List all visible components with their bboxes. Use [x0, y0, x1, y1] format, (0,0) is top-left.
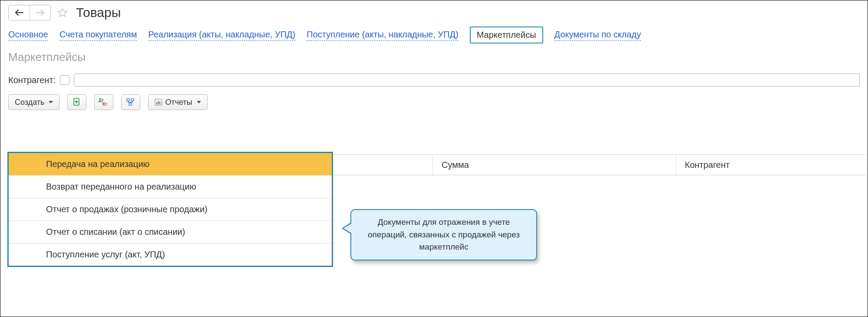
create-menu: Передача на реализацию Возврат переданно…	[7, 152, 333, 267]
favorite-button[interactable]	[55, 5, 70, 20]
create-button-label: Создать	[15, 98, 44, 107]
nav-main[interactable]: Основное	[8, 30, 48, 41]
dtkt-button[interactable]: Дт Кт	[94, 94, 113, 110]
title-bar: Товары	[8, 5, 860, 20]
table-header-gap	[333, 155, 433, 175]
document-plus-icon	[73, 97, 81, 107]
structure-button[interactable]	[121, 94, 140, 110]
copy-new-button[interactable]	[67, 94, 86, 110]
create-button[interactable]: Создать	[8, 94, 59, 110]
back-button[interactable]	[9, 5, 30, 20]
svg-rect-9	[159, 102, 160, 105]
nav-invoices[interactable]: Счета покупателям	[59, 30, 137, 41]
section-nav: Основное Счета покупателям Реализация (а…	[8, 27, 860, 43]
chevron-down-icon	[49, 101, 53, 103]
menu-item-services-receipt[interactable]: Поступление услуг (акт, УПД)	[9, 243, 332, 266]
nav-button-group	[8, 5, 51, 20]
dtkt-icon: Дт Кт	[98, 98, 109, 107]
column-header-counterparty[interactable]: Контрагент	[676, 155, 867, 175]
info-callout-text: Документы для отражения в учете операций…	[368, 217, 520, 251]
counterparty-filter-label: Контрагент:	[8, 75, 56, 85]
nav-sales[interactable]: Реализация (акты, накладные, УПД)	[148, 30, 295, 41]
star-icon	[57, 7, 68, 18]
menu-item-return-transferred[interactable]: Возврат переданного на реализацию	[9, 175, 332, 198]
svg-text:Кт: Кт	[102, 102, 107, 107]
column-header-sum[interactable]: Сумма	[433, 155, 676, 175]
bar-chart-icon	[155, 99, 162, 106]
svg-rect-4	[131, 99, 134, 101]
svg-rect-5	[129, 103, 132, 105]
svg-rect-8	[158, 101, 159, 104]
nav-warehouse-docs[interactable]: Документы по складу	[554, 30, 641, 41]
nav-marketplaces[interactable]: Маркетплейсы	[470, 27, 543, 43]
chevron-down-icon	[197, 101, 201, 103]
svg-rect-7	[156, 102, 157, 104]
nav-receipts[interactable]: Поступление (акты, накладные, УПД)	[307, 30, 458, 41]
app-window: Товары Основное Счета покупателям Реализ…	[0, 0, 868, 317]
toolbar: Создать Дт Кт	[8, 94, 860, 110]
section-subtitle: Маркетплейсы	[8, 50, 860, 64]
info-callout: Документы для отражения в учете операций…	[350, 209, 537, 260]
arrow-right-icon	[36, 9, 45, 16]
hierarchy-icon	[126, 98, 135, 107]
menu-item-writeoff-report[interactable]: Отчет о списании (акт о списании)	[9, 220, 332, 243]
arrow-left-icon	[14, 9, 24, 16]
counterparty-filter-checkbox[interactable]	[60, 75, 69, 85]
menu-item-transfer-for-sale[interactable]: Передача на реализацию	[9, 153, 332, 175]
forward-button[interactable]	[30, 5, 50, 20]
counterparty-filter-input[interactable]	[74, 73, 860, 87]
reports-button[interactable]: Отчеты	[148, 94, 207, 110]
filter-row: Контрагент:	[8, 73, 860, 87]
page-title: Товары	[76, 5, 121, 20]
reports-button-label: Отчеты	[165, 98, 192, 107]
menu-item-retail-sales-report[interactable]: Отчет о продажах (розничные продажи)	[9, 198, 332, 220]
svg-rect-3	[127, 99, 129, 101]
